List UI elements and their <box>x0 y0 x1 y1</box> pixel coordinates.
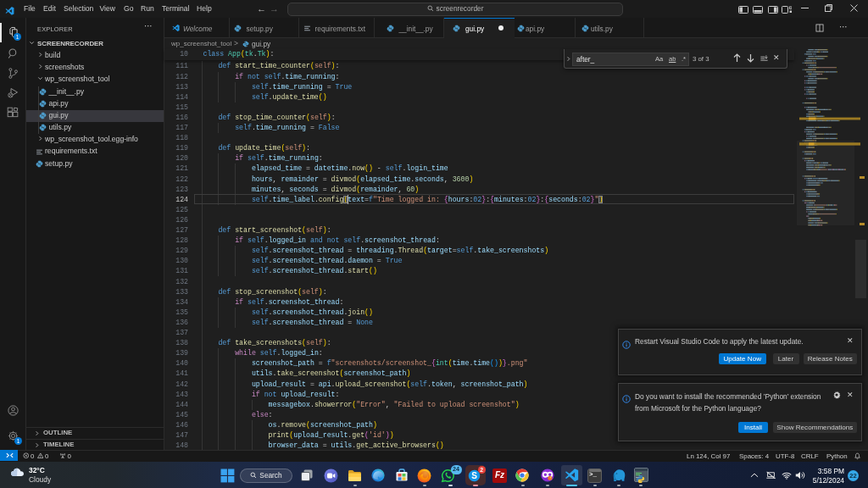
svg-text:S: S <box>471 471 477 480</box>
